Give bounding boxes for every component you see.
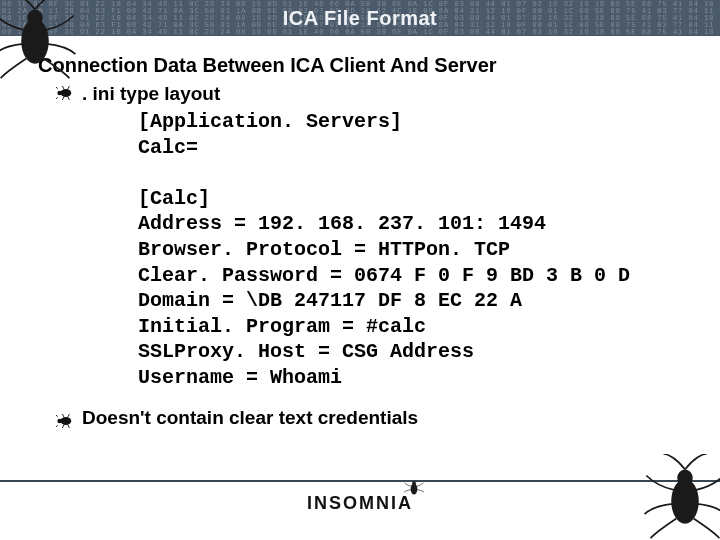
- bullet-ini-layout: . ini type layout: [56, 83, 700, 105]
- note-text: Doesn't contain clear text credentials: [82, 407, 418, 429]
- slide-content: Connection Data Between ICA Client And S…: [0, 36, 720, 429]
- svg-line-9: [68, 86, 70, 89]
- svg-line-14: [56, 414, 58, 417]
- footer-divider: [0, 480, 720, 482]
- svg-line-17: [68, 414, 70, 417]
- svg-line-8: [62, 86, 64, 89]
- svg-point-12: [61, 416, 72, 424]
- svg-line-6: [56, 86, 58, 89]
- svg-line-11: [68, 97, 70, 100]
- svg-line-18: [62, 424, 64, 427]
- svg-line-16: [62, 414, 64, 417]
- bullet-note: Doesn't contain clear text credentials: [56, 407, 700, 429]
- svg-point-3: [677, 469, 692, 486]
- footer-brand-text: INSOMNIA: [307, 493, 413, 513]
- slide-header: 00 1E 8A 0F 3C 91 22 10 04 34 4D 11 0C 2…: [0, 0, 720, 36]
- slide-title: ICA File Format: [283, 7, 438, 30]
- content-heading: Connection Data Between ICA Client And S…: [38, 54, 700, 77]
- svg-line-10: [62, 97, 64, 100]
- ini-layout-label: . ini type layout: [82, 83, 220, 105]
- svg-line-19: [68, 424, 70, 427]
- svg-point-4: [61, 89, 72, 97]
- bullet-bug-icon: [56, 86, 74, 100]
- svg-point-13: [57, 418, 62, 423]
- svg-line-7: [56, 98, 58, 101]
- bullet-bug-icon: [56, 414, 74, 428]
- footer-brand: INSOMNIA: [0, 493, 720, 514]
- ini-code-block: [Application. Servers] Calc= [Calc] Addr…: [138, 109, 700, 391]
- svg-line-15: [56, 425, 58, 428]
- svg-point-5: [57, 91, 62, 96]
